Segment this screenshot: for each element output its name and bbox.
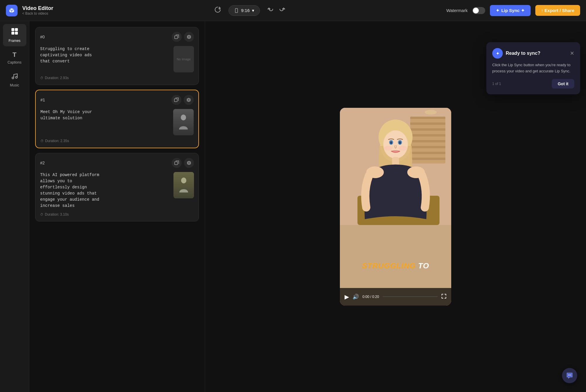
frame-2-clone-button[interactable] [172, 158, 182, 168]
svg-point-32 [390, 141, 392, 144]
video-caption: STRUGGLING TO [340, 261, 451, 270]
frame-2-header: #2 [40, 158, 194, 168]
aspect-ratio-button[interactable]: 9:16 ▾ [229, 5, 260, 16]
svg-rect-1 [11, 28, 14, 31]
header-title-block: Video Editor Back to videos [22, 5, 53, 16]
frame-0-clone-button[interactable] [172, 32, 182, 42]
tooltip-title: Ready to sync? [506, 51, 540, 56]
play-button[interactable]: ▶ [345, 293, 349, 300]
volume-button[interactable]: 🔊 [352, 294, 359, 300]
frame-1-clone-button[interactable] [171, 95, 181, 105]
frame-2-content: This AI powered platform allows you to e… [40, 172, 194, 209]
video-container: STRUGGLING TO ▶ 🔊 0:00 / 0:20 [340, 108, 451, 306]
rotate-icon[interactable] [214, 6, 222, 15]
fullscreen-button[interactable] [441, 294, 447, 300]
tooltip-pagination: 1 of 1 [492, 82, 501, 86]
svg-rect-17 [410, 128, 445, 131]
sidebar-item-frames[interactable]: Frames [3, 24, 26, 46]
frame-1-icons [171, 95, 194, 105]
aspect-ratio-value: 9:16 [241, 8, 250, 13]
svg-point-35 [399, 146, 407, 151]
frame-0-layers-button[interactable] [184, 32, 194, 42]
svg-rect-20 [410, 146, 445, 148]
sidebar-item-music[interactable]: Music [3, 69, 26, 91]
frame-0-icons [172, 32, 194, 42]
frame-card-0[interactable]: #0 [35, 27, 199, 85]
back-link[interactable]: Back to videos [22, 11, 53, 16]
frame-2-thumb-image [173, 172, 194, 198]
sidebar: Frames T Captions Music [0, 21, 29, 392]
sidebar-music-label: Music [10, 83, 19, 87]
frame-0-content: Struggling to create captivating video a… [40, 46, 194, 72]
header: Video Editor Back to videos 9:16 ▾ [0, 0, 586, 21]
frame-2-number: #2 [40, 161, 45, 165]
video-controls: ▶ 🔊 0:00 / 0:20 [340, 288, 451, 306]
lip-sync-label: Lip Sync ✦ [501, 8, 525, 13]
frame-2-thumbnail [173, 172, 194, 198]
svg-rect-8 [174, 99, 177, 102]
frame-2-icons [172, 158, 194, 168]
frame-1-layers-button[interactable] [184, 95, 194, 105]
video-background [340, 108, 451, 306]
frame-1-text: Meet Oh My Voice your ultimate solution [40, 109, 169, 121]
sidebar-frames-label: Frames [8, 39, 21, 43]
svg-rect-16 [410, 122, 445, 125]
export-share-button[interactable]: ↑ Export / Share [535, 5, 580, 16]
watermark-toggle[interactable] [472, 7, 485, 14]
frame-0-text: Struggling to create captivating video a… [40, 46, 169, 64]
watermark-label: Watermark [446, 8, 468, 13]
svg-rect-3 [11, 32, 14, 35]
preview-area: STRUGGLING TO ▶ 🔊 0:00 / 0:20 [205, 21, 586, 392]
lip-sync-icon: ✦ [496, 8, 500, 13]
frame-2-duration: Duration: 3.10s [40, 212, 194, 217]
frame-0-duration: Duration: 2.93s [40, 76, 194, 80]
music-icon [11, 73, 18, 81]
frame-1-content: Meet Oh My Voice your ultimate solution [40, 109, 194, 135]
undo-button[interactable] [267, 6, 274, 15]
frame-1-thumbnail [173, 109, 194, 135]
redo-button[interactable] [279, 6, 286, 15]
frame-1-header: #1 [40, 95, 194, 105]
frame-2-layers-button[interactable] [184, 158, 194, 168]
frame-card-2[interactable]: #2 [35, 153, 199, 221]
svg-rect-4 [15, 32, 18, 35]
svg-rect-18 [410, 134, 445, 137]
frame-1-duration: Duration: 2.35s [40, 139, 194, 143]
svg-point-34 [384, 146, 392, 151]
frame-1-thumb-image [173, 109, 194, 135]
chat-bubble-button[interactable] [562, 368, 577, 383]
frame-0-number: #0 [40, 35, 45, 39]
svg-rect-21 [410, 152, 445, 154]
lip-sync-button[interactable]: ✦ Lip Sync ✦ [490, 5, 531, 16]
header-center: 9:16 ▾ [58, 5, 442, 16]
svg-rect-15 [410, 117, 445, 119]
tooltip-icon-symbol: ✦ [496, 51, 500, 56]
svg-rect-10 [175, 162, 178, 165]
tooltip-footer: 1 of 1 Got it [492, 79, 574, 88]
svg-point-41 [570, 375, 571, 376]
tooltip-title-row: ✦ Ready to sync? [492, 48, 540, 59]
sidebar-captions-label: Captions [8, 60, 21, 64]
caption-word-1: STRUGGLING [362, 261, 415, 270]
sidebar-item-captions[interactable]: T Captions [3, 47, 26, 68]
svg-rect-0 [235, 8, 238, 13]
captions-icon: T [13, 51, 16, 59]
undo-redo-group [267, 6, 286, 15]
header-right: Watermark ✦ Lip Sync ✦ ↑ Export / Share [446, 5, 580, 16]
svg-rect-7 [175, 36, 178, 39]
svg-rect-22 [410, 158, 445, 160]
frame-0-header: #0 [40, 32, 194, 42]
app-logo [6, 5, 18, 16]
frame-0-thumbnail: No Image [173, 46, 194, 72]
export-label: ↑ Export / Share [541, 8, 574, 13]
tooltip-close-button[interactable]: ✕ [570, 50, 574, 57]
app-title: Video Editor [22, 5, 53, 11]
frame-1-number: #1 [40, 98, 45, 102]
got-it-button[interactable]: Got it [552, 79, 574, 88]
frame-card-1[interactable]: #1 [35, 90, 199, 148]
svg-point-40 [569, 375, 570, 376]
main-layout: Frames T Captions Music #0 [0, 21, 586, 392]
svg-rect-19 [410, 140, 445, 142]
svg-point-39 [568, 375, 569, 376]
progress-bar[interactable] [383, 296, 438, 297]
